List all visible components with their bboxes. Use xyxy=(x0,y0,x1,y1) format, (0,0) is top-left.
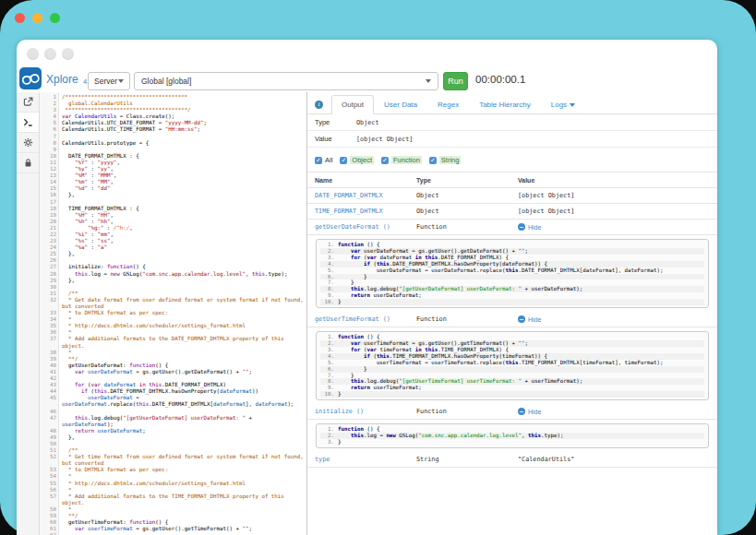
info-icon[interactable]: i xyxy=(315,101,323,109)
sidebar-item-lock-icon[interactable] xyxy=(17,153,39,173)
editor-line[interactable]: 42 xyxy=(40,375,306,382)
checkbox-checked-icon[interactable]: ✓ xyxy=(429,157,437,164)
editor-line[interactable]: 39 **/ xyxy=(40,356,306,363)
editor-line[interactable]: 30 xyxy=(40,284,306,291)
member-name-link[interactable]: getUserDateFormat () xyxy=(315,223,416,231)
editor-line[interactable]: 10 DATE_FORMAT_DHTMLX : { xyxy=(40,153,306,160)
editor-line[interactable]: 12 "%y" : "yy", xyxy=(40,166,306,172)
tab-regex[interactable]: Regex xyxy=(427,95,469,114)
traffic-light-minimize[interactable] xyxy=(32,13,42,23)
editor-line[interactable]: 11 "%Y" : "yyyy", xyxy=(40,160,306,166)
tab-user-data[interactable]: User Data xyxy=(374,95,427,114)
editor-line[interactable]: 5CalendarUtils.UTC_DATE_FORMAT = "yyyy-M… xyxy=(40,120,306,126)
editor-line[interactable]: 36 * xyxy=(40,329,306,336)
editor-line[interactable]: 59 **/ xyxy=(40,513,306,519)
editor-line[interactable]: 17 xyxy=(40,199,306,206)
member-name-link[interactable]: initialize () xyxy=(315,408,416,415)
line-number: 35 xyxy=(40,323,60,329)
editor-line[interactable]: 57 * Add additional formats to the TIME_… xyxy=(40,493,306,506)
editor-line[interactable]: 53 * to DHTMLX format as per spec: xyxy=(40,467,306,473)
member-name-link[interactable]: TIME_FORMAT_DHTMLX xyxy=(315,208,416,215)
editor-line[interactable]: 18 TIME_FORMAT_DHTMLX : { xyxy=(40,206,306,212)
code-editor[interactable]: 1/**************************************… xyxy=(40,92,306,535)
editor-line[interactable]: 34 * xyxy=(40,316,306,323)
editor-line[interactable]: 4var CalendarUtils = Class.create(); xyxy=(40,113,306,120)
run-button[interactable]: Run xyxy=(443,72,468,90)
editor-line[interactable]: 25 }, xyxy=(40,251,306,257)
editor-line[interactable]: 3 **************************************… xyxy=(40,107,306,113)
environment-select[interactable]: Server xyxy=(88,72,130,90)
editor-line[interactable]: 45 userDateFormat = userDateFormat.repla… xyxy=(40,395,306,408)
traffic-light-maximize[interactable] xyxy=(50,13,60,23)
editor-line[interactable]: 52 * Get time format from user defined f… xyxy=(40,454,306,467)
editor-line[interactable]: 27 initialize: function() { xyxy=(40,264,306,270)
editor-line[interactable]: 60 getUserTimeFormat: function() { xyxy=(40,519,306,526)
checkbox-checked-icon[interactable]: ✓ xyxy=(315,157,322,164)
editor-line[interactable]: 2 global.CalendarUtils xyxy=(40,101,306,107)
editor-line[interactable]: 56 * xyxy=(40,487,306,493)
checkbox-checked-icon[interactable]: ✓ xyxy=(340,157,347,164)
editor-line[interactable]: 33 * to DHTMLX format as per spec: xyxy=(40,310,306,316)
editor-line[interactable]: 26 xyxy=(40,257,306,264)
line-number: 29 xyxy=(40,278,60,284)
hide-toggle[interactable]: –Hide xyxy=(518,315,541,323)
editor-line[interactable]: 7 xyxy=(40,134,306,140)
editor-line[interactable]: 55 * http://docs.dhtmlx.com/scheduler/se… xyxy=(40,481,306,487)
sidebar-item-terminal-icon[interactable] xyxy=(17,113,39,133)
tab-table-hierarchy[interactable]: Table Hierarchy xyxy=(469,95,541,114)
tab-logs[interactable]: Logs xyxy=(541,95,585,114)
checkbox-checked-icon[interactable]: ✓ xyxy=(381,157,389,164)
editor-line[interactable]: 1/************************************** xyxy=(40,94,306,101)
editor-line[interactable]: 20 "%h" : "hh", xyxy=(40,219,306,225)
editor-line[interactable]: 43 for (var dateFormat in this.DATE_FORM… xyxy=(40,382,306,388)
editor-line[interactable]: 46 xyxy=(40,409,306,415)
editor-line[interactable]: 29 }, xyxy=(40,278,306,284)
editor-line[interactable]: 35 * http://docs.dhtmlx.com/scheduler/se… xyxy=(40,323,306,329)
editor-line[interactable]: 50 xyxy=(40,441,306,447)
member-name-link[interactable]: getUserTimeFormat () xyxy=(315,315,416,323)
filter-string[interactable]: ✓String xyxy=(429,156,462,164)
traffic-light-close[interactable] xyxy=(15,13,25,23)
editor-line[interactable]: 61 var userTimeFormat = gs.getUser().get… xyxy=(40,526,306,532)
editor-line[interactable]: 21 "%g:" : /^h:/, xyxy=(40,225,306,232)
line-number: 12 xyxy=(40,166,60,172)
member-name-link[interactable]: DATE_FORMAT_DHTMLX xyxy=(315,192,416,199)
line-number: 2. xyxy=(320,248,334,255)
editor-line[interactable]: 22 "%i" : "mm", xyxy=(40,232,306,238)
editor-line[interactable]: 19 "%H" : "HH", xyxy=(40,212,306,219)
tab-output[interactable]: Output xyxy=(331,95,374,114)
editor-line[interactable]: 23 "%s" : "ss", xyxy=(40,238,306,244)
editor-line[interactable]: 15 "%d" : "dd" xyxy=(40,185,306,192)
editor-line[interactable]: 58 * xyxy=(40,506,306,513)
hide-toggle[interactable]: –Hide xyxy=(518,408,541,415)
editor-line[interactable]: 28 this.log = new GSLog("com.snc.app.cal… xyxy=(40,271,306,278)
editor-line[interactable]: 38 * xyxy=(40,350,306,356)
editor-line[interactable]: 37 * Add additional formats to the DATE_… xyxy=(40,336,306,349)
hide-toggle[interactable]: –Hide xyxy=(518,223,541,231)
editor-line[interactable]: 41 var userDateFormat = gs.getUser().get… xyxy=(40,369,306,375)
editor-line[interactable]: 44 if (this.DATE_FORMAT_DHTMLX.hasOwnPro… xyxy=(40,388,306,395)
editor-line[interactable]: 31 /** xyxy=(40,291,306,297)
editor-line[interactable]: 16 }, xyxy=(40,192,306,198)
editor-line[interactable]: 48 return userDateFormat; xyxy=(40,428,306,434)
editor-line[interactable]: 32 * Get date format from user defined f… xyxy=(40,297,306,310)
editor-line[interactable]: 14 "%m" : "MM", xyxy=(40,179,306,185)
editor-line[interactable]: 40 getUserDateFormat: function() { xyxy=(40,363,306,369)
filter-function[interactable]: ✓Function xyxy=(381,156,422,164)
editor-line[interactable]: 13 "%M" : "MMM", xyxy=(40,172,306,179)
editor-line[interactable]: 6CalendarUtils.UTC_TIME_FORMAT = "HH:mm:… xyxy=(40,126,306,133)
sidebar-item-open-new-window-icon[interactable] xyxy=(17,92,39,113)
member-name-link[interactable]: type xyxy=(315,456,416,463)
filter-all[interactable]: ✓All xyxy=(315,156,332,164)
editor-line[interactable]: 49 }, xyxy=(40,434,306,441)
filter-object[interactable]: ✓Object xyxy=(340,156,374,164)
sidebar-item-gear-icon[interactable] xyxy=(17,133,39,153)
editor-line[interactable]: 54 * xyxy=(40,473,306,480)
editor-line[interactable]: 8CalendarUtils.prototype = { xyxy=(40,140,306,147)
editor-line[interactable]: 51 /** xyxy=(40,447,306,454)
scope-select[interactable]: Global [global] xyxy=(134,72,438,90)
editor-line[interactable]: 24 "%a" : "a" xyxy=(40,244,306,251)
table-row: initialize ()Function–Hide xyxy=(307,404,717,420)
editor-line[interactable]: 47 this.log.debug("[getUserDateFormat] u… xyxy=(40,415,306,428)
editor-line[interactable]: 9 xyxy=(40,147,306,153)
